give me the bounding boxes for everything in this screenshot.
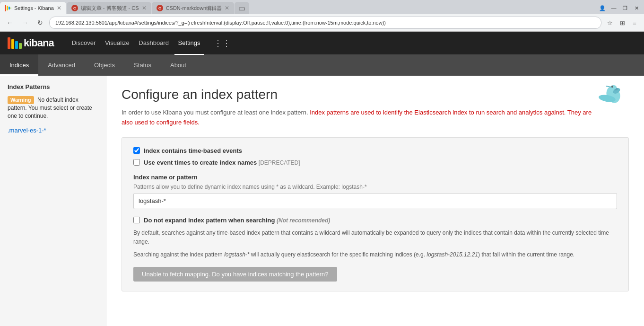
- kibana-favicon: [5, 5, 11, 11]
- tab-bar: Settings - Kibana ✕ C 编辑文章 - 博客频道 - CS ✕…: [0, 0, 644, 14]
- warning-badge: Warning: [8, 96, 34, 104]
- page-title: Configure an index pattern: [122, 87, 629, 102]
- warning-message: Warning No default index pattern. You mu…: [0, 94, 106, 124]
- checkbox-no-expand-label[interactable]: Do not expand index pattern when searchi…: [144, 217, 330, 224]
- browser-chrome: Settings - Kibana ✕ C 编辑文章 - 博客频道 - CS ✕…: [0, 0, 644, 32]
- address-bar: ← → ↻ ☆ ⊞ ≡: [0, 14, 644, 31]
- svg-rect-0: [5, 5, 6, 11]
- svg-text:C: C: [158, 6, 161, 10]
- svg-text:C: C: [73, 6, 76, 10]
- logo-bar-4: [19, 43, 22, 49]
- sidebar-title: Index Patterns: [0, 83, 106, 94]
- tab-csdn1-title: 编辑文章 - 博客频道 - CS: [81, 5, 139, 12]
- description-2: Searching against the index pattern logs…: [133, 250, 617, 259]
- tab-close-csdn2[interactable]: ✕: [225, 5, 229, 11]
- subnav-advanced[interactable]: Advanced: [38, 54, 85, 76]
- checkbox-event-times-row: Use event times to create index names [D…: [133, 159, 617, 166]
- toolbar-icons: ☆ ⊞ ≡: [604, 17, 640, 28]
- person-icon[interactable]: 👤: [597, 2, 608, 14]
- form-card: Index contains time-based events Use eve…: [122, 137, 629, 292]
- subnav-indices[interactable]: Indices: [0, 54, 38, 76]
- csdn1-favicon: C: [71, 5, 78, 11]
- tab-csdn2-title: CSDN-markdown编辑器: [166, 5, 222, 12]
- svg-rect-2: [9, 7, 10, 9]
- nav-discover[interactable]: Discover: [68, 32, 100, 54]
- subnav-about[interactable]: About: [161, 54, 196, 76]
- url-input[interactable]: [49, 17, 601, 29]
- logo-bar-3: [15, 41, 18, 49]
- checkbox-time-based-label[interactable]: Index contains time-based events: [144, 147, 242, 154]
- intro-text-1: In order to use Kibana you must configur…: [122, 109, 310, 116]
- close-button[interactable]: ✕: [631, 2, 642, 14]
- kibana-app: kibana Discover Visualize Dashboard Sett…: [0, 32, 644, 326]
- csdn2-favicon: C: [157, 5, 163, 11]
- tab-close-kibana[interactable]: ✕: [57, 5, 61, 11]
- checkbox-no-expand[interactable]: [133, 217, 140, 223]
- hummingbird-watermark: [597, 80, 630, 114]
- fetch-mapping-button[interactable]: Unable to fetch mapping. Do you have ind…: [133, 267, 337, 282]
- nav-dashboard[interactable]: Dashboard: [135, 32, 173, 54]
- restore-button[interactable]: ❐: [619, 2, 631, 14]
- tab-kibana[interactable]: Settings - Kibana ✕: [0, 2, 66, 14]
- tab-csdn2[interactable]: C CSDN-markdown编辑器 ✕: [152, 2, 235, 14]
- sidebar: Index Patterns Warning No default index …: [0, 76, 106, 326]
- tab-close-csdn1[interactable]: ✕: [142, 5, 147, 11]
- back-button[interactable]: ←: [4, 17, 16, 29]
- tab-kibana-title: Settings - Kibana: [14, 5, 54, 11]
- logo-bar-2: [11, 39, 14, 49]
- forward-button[interactable]: →: [19, 17, 31, 29]
- tab-csdn1[interactable]: C 编辑文章 - 博客频道 - CS ✕: [67, 2, 151, 14]
- kibana-logo-text: kibana: [24, 37, 54, 49]
- tab-spacer: [250, 2, 596, 14]
- subnav-objects[interactable]: Objects: [85, 54, 124, 76]
- kibana-logo: kibana: [8, 37, 54, 49]
- kibana-nav: Discover Visualize Dashboard Settings: [68, 32, 204, 55]
- kibana-header: kibana Discover Visualize Dashboard Sett…: [0, 32, 644, 54]
- logo-bar-1: [8, 37, 10, 49]
- checkbox-time-based[interactable]: [133, 147, 140, 154]
- grid-icon[interactable]: ⋮⋮: [214, 38, 231, 48]
- index-name-label: Index name or pattern: [133, 174, 617, 181]
- bookmark-star-icon[interactable]: ☆: [604, 17, 616, 28]
- index-name-hint: Patterns allow you to define dynamic ind…: [133, 184, 617, 190]
- deprecated-tag: [DEPRECATED]: [259, 159, 300, 166]
- checkbox-event-times[interactable]: [133, 159, 140, 166]
- subnav-status[interactable]: Status: [124, 54, 161, 76]
- svg-rect-1: [7, 6, 8, 10]
- content-layout: Index Patterns Warning No default index …: [0, 76, 644, 326]
- index-name-input[interactable]: [133, 193, 617, 209]
- window-controls: 👤 — ❐ ✕: [597, 2, 644, 14]
- reload-button[interactable]: ↻: [34, 17, 46, 29]
- collapsed-tab-icon: ▭: [238, 4, 245, 13]
- tab-collapsed[interactable]: ▭: [235, 2, 249, 14]
- not-recommended-note: (Not recommended): [277, 217, 330, 224]
- main-content: Configure an index pattern In order to u…: [106, 76, 644, 326]
- index-name-field-group: Index name or pattern Patterns allow you…: [133, 174, 617, 209]
- svg-rect-3: [10, 8, 11, 9]
- sidebar-item-marvel[interactable]: .marvel-es-1-*: [0, 124, 106, 137]
- checkbox-time-based-row: Index contains time-based events: [133, 147, 617, 154]
- nav-settings[interactable]: Settings: [174, 32, 204, 55]
- checkbox-no-expand-row: Do not expand index pattern when searchi…: [133, 217, 617, 224]
- intro-text: In order to use Kibana you must configur…: [122, 108, 594, 128]
- minimize-button[interactable]: —: [608, 2, 619, 14]
- menu-icon[interactable]: ≡: [629, 17, 640, 28]
- svg-point-14: [611, 86, 613, 88]
- nav-visualize[interactable]: Visualize: [101, 32, 133, 54]
- description-1: By default, searches against any time-ba…: [133, 229, 617, 247]
- checkbox-event-times-label[interactable]: Use event times to create index names [D…: [144, 159, 300, 166]
- settings-subnav: Indices Advanced Objects Status About: [0, 54, 644, 76]
- extensions-icon[interactable]: ⊞: [617, 17, 628, 28]
- kibana-logo-bars: [8, 37, 22, 49]
